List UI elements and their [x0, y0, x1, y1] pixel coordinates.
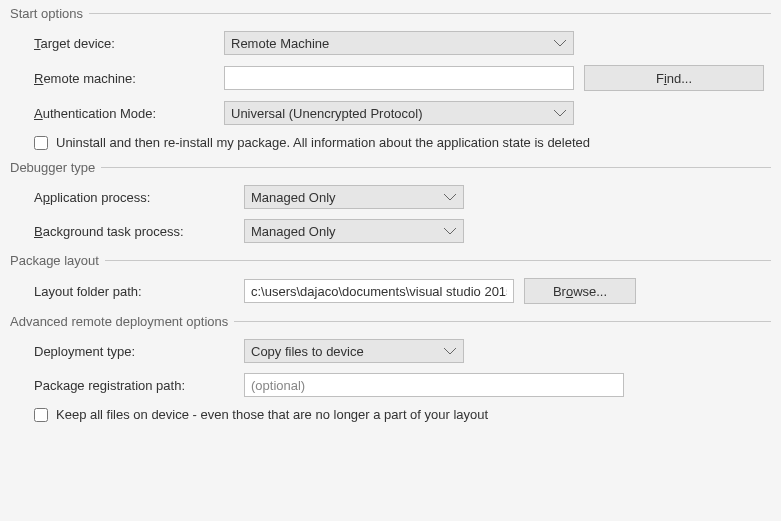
keep-all-files-checkbox[interactable] [34, 408, 48, 422]
section-debugger-type: Debugger type Application process: Manag… [10, 160, 771, 243]
section-title: Debugger type [10, 160, 95, 175]
deployment-type-label: Deployment type: [34, 344, 234, 359]
section-header-advanced-remote: Advanced remote deployment options [10, 314, 771, 329]
package-registration-path-label: Package registration path: [34, 378, 234, 393]
application-process-label: Application process: [34, 190, 234, 205]
uninstall-reinstall-label: Uninstall and then re-install my package… [56, 135, 590, 150]
section-advanced-remote: Advanced remote deployment options Deplo… [10, 314, 771, 422]
section-rule [89, 13, 771, 14]
auth-mode-combo[interactable]: Universal (Unencrypted Protocol) [224, 101, 574, 125]
section-header-debugger-type: Debugger type [10, 160, 771, 175]
section-rule [234, 321, 771, 322]
remote-machine-label: Remote machine: [34, 71, 214, 86]
section-title: Start options [10, 6, 83, 21]
layout-folder-path-input[interactable] [244, 279, 514, 303]
target-device-label: Target device: [34, 36, 214, 51]
application-process-combo[interactable]: Managed Only [244, 185, 464, 209]
section-start-options: Start options Target device: Remote Mach… [10, 6, 771, 150]
remote-machine-input[interactable] [224, 66, 574, 90]
find-button[interactable]: Find... [584, 65, 764, 91]
section-header-package-layout: Package layout [10, 253, 771, 268]
section-title: Package layout [10, 253, 99, 268]
section-rule [105, 260, 771, 261]
auth-mode-label: Authentication Mode: [34, 106, 214, 121]
background-task-process-combo[interactable]: Managed Only [244, 219, 464, 243]
section-header-start-options: Start options [10, 6, 771, 21]
section-package-layout: Package layout Layout folder path: Brows… [10, 253, 771, 304]
section-title: Advanced remote deployment options [10, 314, 228, 329]
target-device-combo[interactable]: Remote Machine [224, 31, 574, 55]
deployment-type-combo[interactable]: Copy files to device [244, 339, 464, 363]
background-task-process-label: Background task process: [34, 224, 234, 239]
section-rule [101, 167, 771, 168]
layout-folder-path-label: Layout folder path: [34, 284, 234, 299]
uninstall-reinstall-checkbox[interactable] [34, 136, 48, 150]
package-registration-path-input[interactable] [244, 373, 624, 397]
browse-button[interactable]: Browse... [524, 278, 636, 304]
keep-all-files-label: Keep all files on device - even those th… [56, 407, 488, 422]
